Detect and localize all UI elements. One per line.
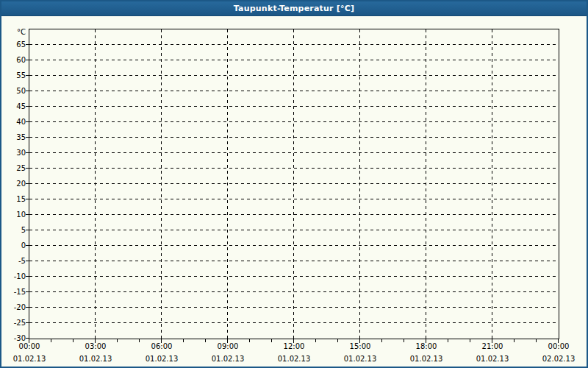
x-tick-label-time: 03:00 (74, 342, 118, 351)
y-axis-tick (26, 245, 29, 246)
y-axis-tick (26, 91, 29, 91)
x-tick-label-date: 01.02.13 (74, 354, 118, 364)
y-tick-label: 50 (1, 86, 26, 96)
y-axis-tick (26, 121, 29, 122)
y-grid-line (29, 214, 559, 215)
x-tick-label-date: 01.02.13 (7, 354, 51, 364)
y-grid-line (29, 276, 559, 277)
y-tick-label: 25 (1, 163, 26, 173)
y-axis-tick (26, 44, 29, 45)
chart-area: °C -30-25-20-15-10-505101520253035404550… (1, 16, 587, 367)
x-grid-line (293, 29, 294, 339)
x-grid-line (426, 29, 426, 339)
y-grid-line (29, 121, 559, 122)
y-axis-tick (26, 214, 29, 215)
x-tick-label-date: 01.02.13 (338, 354, 382, 364)
y-axis-tick (26, 230, 29, 230)
y-grid-line (29, 60, 559, 60)
x-grid-line (95, 29, 96, 339)
x-tick-label-date: 01.02.13 (470, 354, 514, 364)
x-tick-label-date: 01.02.13 (206, 354, 250, 364)
y-grid-line (29, 261, 559, 261)
y-grid-line (29, 44, 559, 45)
y-tick-label: -20 (1, 302, 26, 312)
y-axis-tick (26, 75, 29, 76)
y-axis-tick (26, 276, 29, 277)
y-tick-label: 40 (1, 117, 26, 127)
y-tick-label: 20 (1, 179, 26, 188)
title-bar[interactable]: Taupunkt-Temperatur [°C] (1, 1, 587, 16)
x-tick-label-time: 21:00 (470, 342, 514, 351)
y-axis-tick (26, 307, 29, 308)
y-tick-label: 45 (1, 102, 26, 111)
y-axis-tick (26, 261, 29, 261)
y-tick-label: 10 (1, 210, 26, 219)
y-axis-tick (26, 60, 29, 60)
y-tick-label: 35 (1, 132, 26, 142)
y-tick-label: 55 (1, 71, 26, 80)
x-tick-label-time: 09:00 (206, 342, 250, 351)
y-axis-tick (26, 322, 29, 323)
x-tick-label-time: 00:00 (7, 342, 51, 351)
y-tick-label: 65 (1, 40, 26, 49)
y-axis-tick (26, 183, 29, 184)
y-grid-line (29, 307, 559, 308)
y-grid-line (29, 106, 559, 107)
window-title: Taupunkt-Temperatur [°C] (234, 4, 354, 13)
y-tick-label: 60 (1, 55, 26, 65)
y-grid-line (29, 183, 559, 184)
y-axis-tick (26, 338, 29, 339)
y-tick-label: -5 (1, 256, 26, 266)
plot-area (29, 29, 559, 339)
grid-layer (29, 29, 559, 339)
x-grid-line (227, 29, 228, 339)
y-grid-line (29, 291, 559, 292)
y-tick-label: 5 (1, 225, 26, 235)
y-grid-line (29, 91, 559, 91)
y-tick-label: -10 (1, 272, 26, 281)
y-tick-label: -15 (1, 287, 26, 297)
y-axis-unit-label: °C (1, 27, 26, 37)
chart-window: Taupunkt-Temperatur [°C] °C -30-25-20-15… (0, 0, 588, 368)
y-grid-line (29, 230, 559, 230)
y-grid-line (29, 199, 559, 199)
y-grid-line (29, 137, 559, 138)
y-grid-line (29, 168, 559, 169)
y-tick-label: 15 (1, 194, 26, 204)
x-tick-label-time: 12:00 (272, 342, 316, 351)
y-grid-line (29, 322, 559, 323)
x-tick-label-time: 15:00 (338, 342, 382, 351)
y-grid-line (29, 75, 559, 76)
x-tick-label-date: 01.02.13 (140, 354, 184, 364)
y-axis-tick (26, 291, 29, 292)
y-axis-tick (26, 137, 29, 138)
x-tick-label-time: 00:00 (537, 342, 581, 351)
x-grid-line (161, 29, 162, 339)
x-tick-label-date: 01.02.13 (404, 354, 448, 364)
y-axis-tick (26, 168, 29, 169)
x-grid-line (359, 29, 360, 339)
y-tick-label: 30 (1, 148, 26, 158)
y-grid-line (29, 152, 559, 153)
x-tick-label-date: 01.02.13 (272, 354, 316, 364)
x-tick-label-time: 18:00 (404, 342, 448, 351)
x-tick-label-time: 06:00 (140, 342, 184, 351)
x-tick-label-date: 02.02.13 (537, 354, 581, 364)
y-tick-label: -25 (1, 318, 26, 328)
x-grid-line (492, 29, 492, 339)
y-axis-tick (26, 199, 29, 199)
y-tick-label: 0 (1, 241, 26, 250)
y-axis-tick (26, 106, 29, 107)
y-axis-tick (26, 152, 29, 153)
y-grid-line (29, 245, 559, 246)
